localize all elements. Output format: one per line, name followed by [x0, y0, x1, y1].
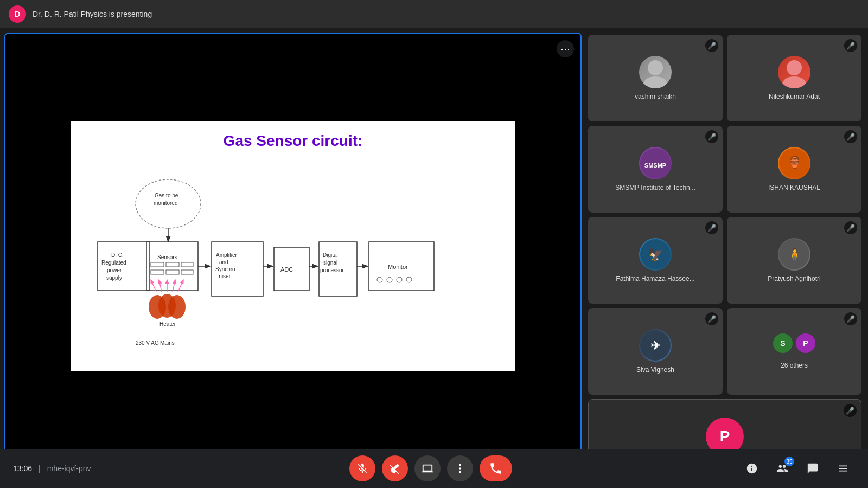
svg-rect-16 [181, 270, 193, 274]
participant-name-fathima: Fathima Hamaza Hassee... [614, 275, 697, 282]
svg-text:monitored: monitored [154, 200, 177, 206]
more-options-button[interactable] [447, 455, 473, 481]
svg-text:Monitor: Monitor [388, 264, 408, 270]
svg-text:Regulated: Regulated [101, 260, 126, 266]
svg-line-18 [159, 280, 162, 292]
mute-indicator-others: 🎤 [844, 312, 857, 325]
svg-point-43 [377, 277, 382, 282]
participant-tile-pratyush: 🎤 🧍 Pratyush Agnihotri [727, 217, 861, 304]
participant-tile-fathima: 🎤 🦅 Fathima Hamaza Hassee... [588, 217, 723, 304]
svg-text:SMSMP: SMSMP [644, 162, 666, 169]
participant-name-vashim: vashim shaikh [633, 93, 678, 100]
presenter-avatar: D [9, 5, 26, 23]
avatar-siva: ✈ [639, 329, 672, 362]
mute-indicator-fathima: 🎤 [705, 221, 718, 234]
meeting-id: mhe-iqvf-pnv [47, 464, 91, 473]
svg-rect-9 [146, 242, 198, 291]
svg-text:Synchro: Synchro [215, 266, 235, 272]
svg-text:Heater: Heater [159, 321, 176, 327]
mute-indicator-vashim: 🎤 [705, 39, 718, 52]
svg-rect-12 [166, 262, 179, 267]
svg-point-24 [168, 295, 186, 319]
participant-name-ishan: ISHAN KAUSHAL [766, 184, 822, 191]
svg-text:🏺: 🏺 [787, 155, 802, 170]
svg-point-44 [387, 277, 392, 282]
svg-text:Gas to be: Gas to be [155, 192, 178, 198]
activities-button[interactable] [831, 457, 855, 480]
mute-indicator-nilesh: 🎤 [844, 39, 857, 52]
avatar-vashim [639, 56, 672, 88]
svg-text:D. C.: D. C. [111, 252, 124, 258]
bottom-right-controls: 35 [740, 457, 855, 480]
participant-name-pratyush: Pratyush Agnihotri [765, 275, 822, 282]
top-bar: D Dr. D. R. Patil Physics is presenting [0, 0, 868, 28]
svg-point-66 [459, 471, 461, 473]
info-button[interactable] [740, 457, 764, 480]
present-button[interactable] [414, 455, 441, 481]
mute-indicator-siva: 🎤 [705, 312, 718, 325]
svg-point-64 [459, 464, 461, 466]
svg-line-17 [151, 280, 156, 292]
svg-text:Sensors: Sensors [157, 254, 177, 260]
participant-name-siva: Siva Vignesh [634, 366, 676, 374]
svg-text:Amplifier: Amplifier [216, 252, 238, 258]
mute-button[interactable] [349, 455, 375, 481]
bottom-left: 13:06 | mhe-iqvf-pnv [13, 464, 122, 473]
slide-container: Gas Sensor circuit: Gas to be monitored … [5, 34, 580, 459]
end-call-button[interactable] [480, 455, 512, 481]
svg-line-21 [178, 280, 183, 292]
avatar-ishan: 🏺 [778, 147, 810, 179]
participant-tile-others: 🎤 S P 26 others [727, 308, 861, 395]
svg-point-53 [782, 76, 806, 88]
participant-name-smsmp: SMSMP Institute of Techn... [613, 184, 698, 191]
slide-title: Gas Sensor circuit: [81, 132, 505, 150]
avatar-nilesh [778, 56, 810, 88]
svg-point-65 [459, 467, 461, 470]
participant-tile-vashim: 🎤 vashim shaikh [588, 35, 723, 121]
svg-point-51 [643, 76, 667, 88]
circuit-diagram: Gas to be monitored D. C. Regulated powe… [81, 160, 505, 367]
svg-text:ADC: ADC [280, 266, 293, 273]
people-button[interactable]: 35 [770, 457, 794, 480]
chat-button[interactable] [801, 457, 825, 480]
presenter-status-text: Dr. D. R. Patil Physics is presenting [33, 10, 152, 18]
svg-text:-niser: -niser [217, 273, 231, 279]
bottom-controls [349, 455, 512, 481]
svg-rect-15 [166, 270, 179, 274]
avatar-pratyush: 🧍 [778, 238, 810, 271]
svg-text:Digital: Digital [323, 252, 338, 258]
svg-text:supply: supply [106, 275, 122, 281]
mute-indicator-you: 🎤 [844, 404, 857, 417]
others-mini-avatar-s: S [773, 333, 793, 353]
people-count-badge: 35 [784, 457, 794, 466]
svg-line-20 [173, 280, 175, 292]
others-avatars: S P [773, 333, 815, 353]
meeting-time: 13:06 [13, 464, 32, 473]
svg-point-50 [648, 60, 663, 75]
svg-rect-11 [151, 262, 164, 267]
svg-text:processor: processor [320, 267, 344, 273]
camera-button[interactable] [382, 455, 408, 481]
svg-text:and: and [219, 259, 228, 265]
slide-more-options-button[interactable]: ⋯ [557, 40, 574, 57]
svg-rect-14 [151, 270, 164, 274]
svg-text:signal: signal [323, 260, 337, 266]
slide-content: Gas Sensor circuit: Gas to be monitored … [71, 121, 515, 371]
svg-text:power: power [107, 267, 122, 273]
svg-text:230 V AC Mains: 230 V AC Mains [136, 340, 175, 346]
more-dots-icon: ⋯ [560, 43, 571, 55]
main-layout: Gas Sensor circuit: Gas to be monitored … [0, 28, 868, 488]
bottom-bar: 13:06 | mhe-iqvf-pnv [0, 449, 868, 488]
svg-point-52 [787, 60, 802, 75]
mute-indicator-smsmp: 🎤 [705, 130, 718, 143]
mute-indicator-ishan: 🎤 [844, 130, 857, 143]
avatar-fathima: 🦅 [639, 238, 672, 271]
participant-tile-siva: 🎤 ✈ Siva Vignesh [588, 308, 723, 395]
participants-panel: 🎤 vashim shaikh 🎤 Nileshkumar Adat 🎤 [586, 28, 868, 488]
presentation-area: Gas Sensor circuit: Gas to be monitored … [4, 33, 582, 484]
participant-name-others: 26 others [778, 362, 810, 369]
svg-point-45 [397, 277, 402, 282]
svg-rect-4 [98, 242, 149, 291]
svg-point-46 [406, 277, 412, 282]
mute-indicator-pratyush: 🎤 [844, 221, 857, 234]
